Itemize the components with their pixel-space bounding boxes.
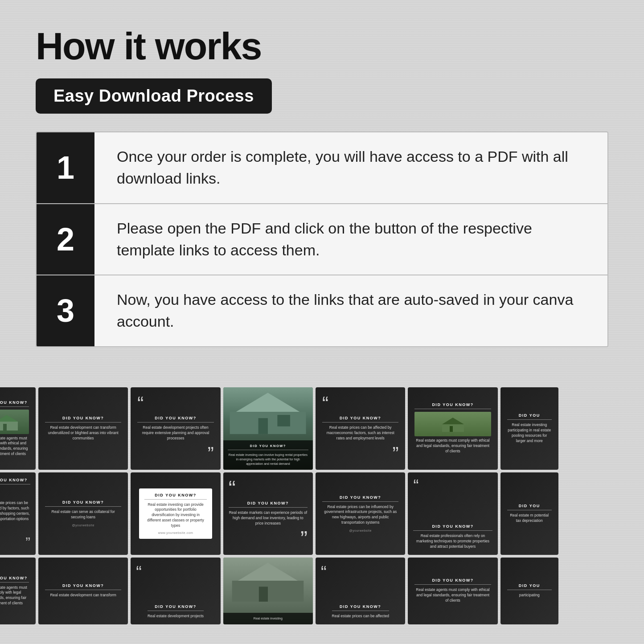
card-label: DID YOU (507, 583, 552, 590)
gallery-card: DID YOU KNOW? Real estate investing can … (223, 387, 313, 470)
card-label: DID YOU KNOW? (137, 416, 213, 422)
card-body: Real estate prices can be influenced by … (322, 505, 398, 526)
step-row-3: 3 Now, you have access to the links that… (37, 275, 607, 346)
step-row-1: 1 Once your order is complete, you will … (37, 132, 607, 204)
card-label: DID YOU KNOW? (45, 416, 121, 422)
card-body: Real estate investing (228, 616, 308, 621)
card-body: Real estate prices can be affected (332, 614, 389, 619)
card-overlay: Real estate investing (223, 613, 313, 624)
card-body: Real estate markets can experience perio… (229, 510, 308, 526)
step-number-1: 1 (37, 132, 94, 203)
card-body: Real estate investing participating in r… (507, 422, 552, 444)
gallery-card: DID YOU KNOW? Real estate agents must co… (0, 558, 36, 624)
card-body: Real estate agents must comply with ethi… (0, 436, 29, 457)
gallery-card: Real estate investing (223, 558, 313, 624)
card-label: DID YOU KNOW? (0, 576, 29, 582)
card-label: DID YOU KNOW? (414, 402, 491, 409)
svg-marker-8 (442, 418, 464, 424)
main-title: How it works (36, 27, 608, 65)
card-label: DID YOU KNOW? (322, 416, 398, 422)
svg-rect-5 (258, 418, 268, 434)
card-body: Real estate investing can involve buying… (228, 453, 308, 466)
svg-rect-12 (259, 587, 268, 602)
gallery-card: DID YOU KNOW? Real estate agents must co… (408, 387, 497, 470)
gallery-card: DID YOU KNOW? Real estate can serve as c… (38, 472, 128, 555)
card-label: DID YOU (507, 504, 552, 510)
gallery-card: DID YOU participating (500, 558, 558, 624)
card-body: Real estate prices can be affected by ma… (322, 425, 398, 441)
gallery-card: “ DID YOU KNOW? Real estate development … (131, 387, 220, 470)
card-overlay: DID YOU KNOW? Real estate investing can … (223, 440, 313, 469)
card-label: DID YOU (507, 413, 552, 420)
top-section: How it works Easy Download Process 1 Onc… (0, 0, 644, 365)
step-text-1: Once your order is complete, you will ha… (94, 132, 607, 203)
card-label: DID YOU KNOW? (413, 524, 492, 531)
card-body: Real estate professionals often rely on … (413, 533, 492, 550)
svg-rect-7 (442, 424, 464, 432)
gallery-card: DID YOU KNOW? Real estate agents must co… (0, 387, 36, 470)
card-body: Real estate agents must comply with ethi… (414, 587, 491, 603)
card-body: Real estate m potential tax depreciation (507, 513, 552, 524)
white-inset: DID YOU KNOW? Real estate investing can … (139, 488, 212, 539)
card-label: DID YOU KNOW? (0, 478, 30, 484)
card-label: DID YOU KNOW? (45, 500, 121, 507)
card-label: DID YOU KNOW? (45, 583, 121, 590)
card-body: Real estate development can transform (50, 593, 116, 598)
step-row-2: 2 Please open the PDF and click on the b… (37, 204, 607, 276)
gallery-card: “ DID YOU KNOW? Real estate prices can b… (316, 558, 405, 624)
gallery-card: DID YOU KNOW? Real estate agents must co… (408, 558, 497, 624)
card-body: Real estate investing can provide opport… (144, 502, 206, 529)
card-website: @yourwebsite (349, 529, 371, 532)
gallery-card: “ DID YOU KNOW? Real estate professional… (408, 472, 497, 555)
card-body: Real estate can serve as collateral for … (45, 509, 121, 520)
gallery-card: “ DID YOU KNOW? Real estate development … (131, 558, 220, 624)
step-number-3: 3 (37, 275, 94, 346)
step-number-2: 2 (37, 204, 94, 275)
card-body: Real estate development projects often r… (137, 425, 213, 441)
gallery-row-3: DID YOU KNOW? Real estate agents must co… (0, 558, 644, 624)
gallery-section: DID YOU KNOW? Real estate agents must co… (0, 387, 644, 624)
steps-container: 1 Once your order is complete, you will … (36, 131, 608, 347)
svg-marker-11 (238, 562, 298, 580)
svg-marker-4 (236, 393, 300, 412)
card-label: DID YOU KNOW? (332, 604, 389, 611)
step-text-3: Now, you have access to the links that a… (94, 275, 607, 346)
svg-marker-1 (0, 415, 18, 422)
gallery-card: DID YOU KNOW? Real estate development ca… (38, 558, 128, 624)
gallery-row-2: DID YOU KNOW? Real estate prices can be … (0, 472, 644, 555)
svg-rect-2 (3, 424, 7, 431)
card-body: Real estate development projects (148, 614, 204, 619)
card-label: DID YOU KNOW? (414, 578, 491, 585)
gallery-card: “ DID YOU KNOW? Real estate markets can … (223, 472, 313, 555)
gallery-card: DID YOU KNOW? Real estate prices can be … (0, 472, 36, 555)
svg-rect-6 (278, 415, 291, 427)
card-label: DID YOU KNOW? (148, 604, 204, 611)
card-body: participating (519, 593, 540, 598)
card-body: Real estate development can transform un… (45, 425, 121, 441)
card-label: DID YOU KNOW? (229, 501, 308, 508)
card-label: DID YOU KNOW? (144, 493, 206, 500)
card-label: DID YOU KNOW? (0, 400, 29, 407)
svg-rect-9 (450, 426, 453, 432)
gallery-card: DID YOU Real estate investing participat… (500, 387, 558, 470)
gallery-card: DID YOU Real estate m potential tax depr… (500, 472, 558, 555)
subtitle-badge: Easy Download Process (36, 78, 272, 114)
gallery-card: “ DID YOU KNOW? Real estate prices can b… (316, 387, 405, 470)
card-body: Real estate agents must comply with ethi… (414, 438, 491, 454)
card-label: DID YOU KNOW? (322, 495, 398, 502)
gallery-card: DID YOU KNOW? Real estate development ca… (38, 387, 128, 470)
card-website: www.yourwebsite.com (144, 531, 206, 534)
card-label: DID YOU KNOW? (228, 444, 308, 450)
card-body: Real estate prices can be influenced by … (0, 500, 30, 522)
gallery-row-1: DID YOU KNOW? Real estate agents must co… (0, 387, 644, 470)
card-website: @yourwebsite (72, 524, 94, 527)
gallery-card: DID YOU KNOW? Real estate prices can be … (316, 472, 405, 555)
step-text-2: Please open the PDF and click on the but… (94, 204, 607, 275)
gallery-card: DID YOU KNOW? Real estate investing can … (131, 472, 220, 555)
card-body: Real estate agents must comply with lega… (0, 585, 29, 607)
svg-rect-0 (0, 422, 18, 431)
